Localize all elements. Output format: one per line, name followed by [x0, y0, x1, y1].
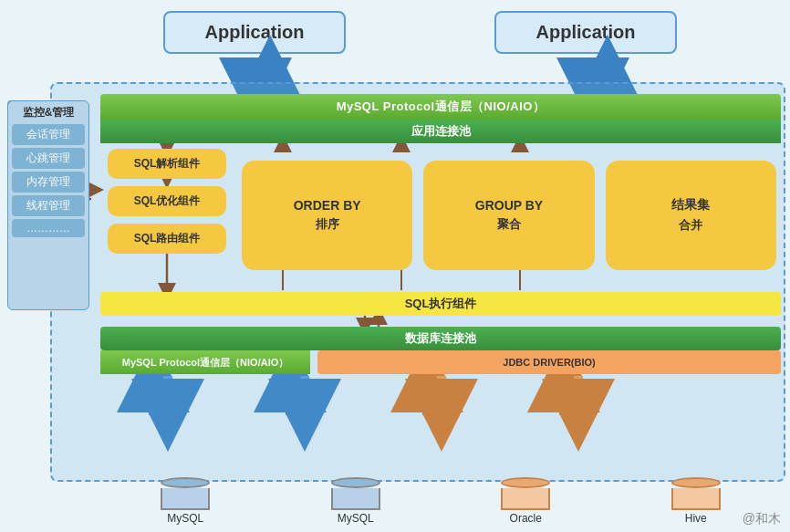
result-box-2: 结果集 合并 — [606, 161, 776, 270]
jdbc-driver-box: JDBC DRIVER(BIO) — [317, 350, 781, 374]
db-label-0: MySQL — [167, 512, 203, 525]
cyl-top-0 — [161, 477, 210, 488]
result-box-1-line1: GROUP BY — [475, 198, 543, 213]
protocol-bottom-label: MySQL Protocol通信层（NIO/AIO） — [122, 356, 289, 370]
conn-pool-top: 应用连接池 — [100, 120, 781, 143]
db-pool-box: 数据库连接池 — [100, 327, 781, 350]
monitor-item-0: 会话管理 — [12, 124, 85, 145]
result-boxes-container: ORDER BY 排序 GROUP BY 聚合 结果集 合并 — [242, 144, 776, 286]
cyl-top-2 — [501, 477, 550, 488]
result-box-2-line1: 结果集 — [671, 197, 710, 214]
cyl-top-1 — [331, 477, 380, 488]
cylinder-1 — [331, 477, 380, 510]
result-box-0: ORDER BY 排序 — [242, 161, 412, 270]
cylinder-3 — [671, 477, 721, 510]
monitor-item-1: 心跳管理 — [12, 148, 85, 169]
result-box-2-line2: 合并 — [679, 217, 702, 234]
sql-route-box: SQL路由组件 — [108, 224, 226, 254]
db-label-1: MySQL — [338, 512, 374, 525]
db-item-1: MySQL — [271, 479, 442, 525]
sql-exec-label: SQL执行组件 — [405, 296, 477, 312]
db-label-3: Hive — [685, 512, 707, 525]
app-box-right: Application — [494, 11, 677, 54]
watermark: @和木 — [743, 511, 781, 527]
conn-pool-label: 应用连接池 — [411, 123, 471, 140]
sql-column: SQL解析组件 SQL优化组件 SQL路由组件 — [108, 149, 226, 261]
cyl-body-0 — [161, 488, 210, 510]
protocol-top: MySQL Protocol通信层（NIO/AIO） — [100, 94, 781, 120]
protocol-bottom-left: MySQL Protocol通信层（NIO/AIO） — [100, 350, 310, 374]
sql-exec-box: SQL执行组件 — [100, 292, 781, 316]
app-box-left: Application — [163, 11, 346, 54]
cyl-body-1 — [331, 488, 380, 510]
monitor-title: 监控&管理 — [12, 105, 85, 120]
db-area: MySQL MySQL Oracle Hive — [100, 479, 781, 525]
cylinder-0 — [161, 477, 210, 510]
result-box-1-line2: 聚合 — [497, 216, 521, 233]
db-label-2: Oracle — [510, 512, 542, 525]
sql-parse-box: SQL解析组件 — [108, 149, 226, 179]
app1-label: Application — [205, 22, 305, 42]
cyl-body-2 — [501, 488, 550, 510]
db-pool-label: 数据库连接池 — [405, 330, 476, 347]
watermark-text: @和木 — [743, 511, 781, 526]
db-item-2: Oracle — [441, 479, 611, 525]
cylinder-2 — [501, 477, 550, 510]
monitor-item-4: ………… — [12, 219, 85, 237]
jdbc-label: JDBC DRIVER(BIO) — [503, 357, 595, 368]
monitor-item-3: 线程管理 — [12, 195, 85, 216]
cyl-body-3 — [671, 488, 721, 510]
result-box-0-line1: ORDER BY — [294, 198, 361, 213]
monitor-item-2: 内存管理 — [12, 172, 85, 193]
protocol-top-label: MySQL Protocol通信层（NIO/AIO） — [337, 99, 546, 115]
db-item-0: MySQL — [100, 479, 271, 525]
cyl-top-3 — [671, 477, 721, 488]
result-box-0-line2: 排序 — [316, 216, 339, 233]
monitor-panel: 监控&管理 会话管理 心跳管理 内存管理 线程管理 ………… — [7, 100, 89, 310]
app2-label: Application — [536, 22, 636, 42]
sql-optimize-box: SQL优化组件 — [108, 186, 226, 216]
result-box-1: GROUP BY 聚合 — [423, 161, 594, 270]
main-diagram: Application Application — [0, 0, 790, 532]
